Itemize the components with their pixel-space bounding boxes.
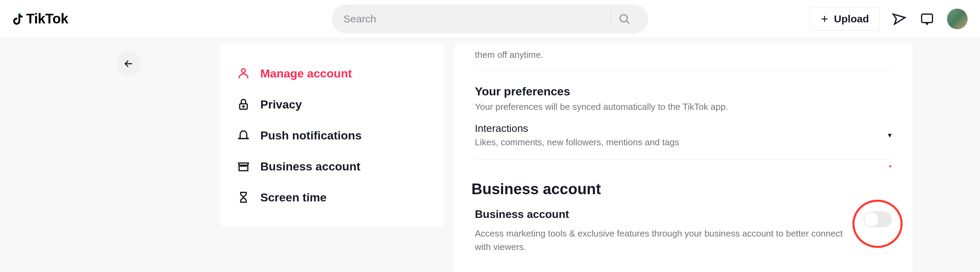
user-icon <box>236 66 251 80</box>
back-button[interactable] <box>116 52 141 76</box>
upload-label: Upload <box>834 13 869 25</box>
sidebar-item-label: Business account <box>260 160 360 173</box>
sidebar-item-manage-account[interactable]: Manage account <box>220 58 444 89</box>
sidebar-item-label: Push notifications <box>260 129 362 142</box>
logo-text: TikTok <box>26 11 68 27</box>
sidebar-item-business-account[interactable]: Business account <box>220 151 444 182</box>
business-text: Business account Access marketing tools … <box>475 208 864 254</box>
search-input[interactable] <box>344 13 605 25</box>
preferences-title: Your preferences <box>475 85 892 98</box>
svg-rect-4 <box>921 14 932 23</box>
annotation-dot <box>889 165 891 167</box>
tiktok-logo[interactable]: TikTok <box>13 11 68 27</box>
chevron-down-icon: ▾ <box>888 131 892 140</box>
business-account-row: Business account Access marketing tools … <box>475 208 892 266</box>
svg-point-8 <box>243 106 244 107</box>
sidebar-item-push-notifications[interactable]: Push notifications <box>220 120 444 151</box>
interactions-title: Interactions <box>475 123 679 134</box>
main-panel: them off anytime. Your preferences Your … <box>454 44 912 272</box>
sidebar-item-label: Manage account <box>260 67 352 80</box>
interactions-row[interactable]: Interactions Likes, comments, new follow… <box>475 112 892 160</box>
avatar[interactable] <box>947 9 967 29</box>
business-toggle[interactable] <box>864 211 892 227</box>
hourglass-icon <box>236 190 251 205</box>
search-container <box>332 5 648 34</box>
truncated-description: them off anytime. <box>475 44 892 71</box>
bell-icon <box>236 128 251 142</box>
business-heading: Business account <box>471 181 892 198</box>
business-item-title: Business account <box>475 208 843 221</box>
svg-point-0 <box>620 14 627 22</box>
upload-button[interactable]: Upload <box>810 7 880 30</box>
search-button[interactable] <box>612 7 636 31</box>
interactions-desc: Likes, comments, new followers, mentions… <box>475 137 679 148</box>
search-divider <box>611 10 611 27</box>
header-actions: Upload <box>810 7 967 30</box>
send-icon <box>892 11 907 27</box>
lock-icon <box>236 97 251 112</box>
inbox-button[interactable] <box>920 11 935 27</box>
storefront-icon <box>236 159 251 174</box>
search-icon <box>618 13 631 25</box>
search-box[interactable] <box>332 5 648 34</box>
svg-point-6 <box>242 69 245 73</box>
settings-sidebar: Manage account Privacy Push notification… <box>220 44 444 227</box>
inbox-icon <box>920 12 934 26</box>
plus-icon <box>820 14 829 23</box>
business-item-desc: Access marketing tools & exclusive featu… <box>475 227 843 254</box>
messages-button[interactable] <box>892 11 907 27</box>
business-toggle-wrap <box>864 208 892 227</box>
app-header: TikTok Upload <box>0 0 980 38</box>
preferences-subtitle: Your preferences will be synced automati… <box>475 102 892 112</box>
svg-line-1 <box>627 21 629 24</box>
sidebar-item-screen-time[interactable]: Screen time <box>220 182 444 213</box>
sidebar-item-label: Screen time <box>260 191 327 204</box>
content-area: Manage account Privacy Push notification… <box>0 38 980 272</box>
toggle-thumb <box>864 213 878 226</box>
sidebar-item-privacy[interactable]: Privacy <box>220 89 444 120</box>
interactions-text: Interactions Likes, comments, new follow… <box>475 123 679 148</box>
tiktok-note-icon <box>13 12 25 26</box>
sidebar-item-label: Privacy <box>260 98 302 111</box>
arrow-left-icon <box>123 59 134 69</box>
